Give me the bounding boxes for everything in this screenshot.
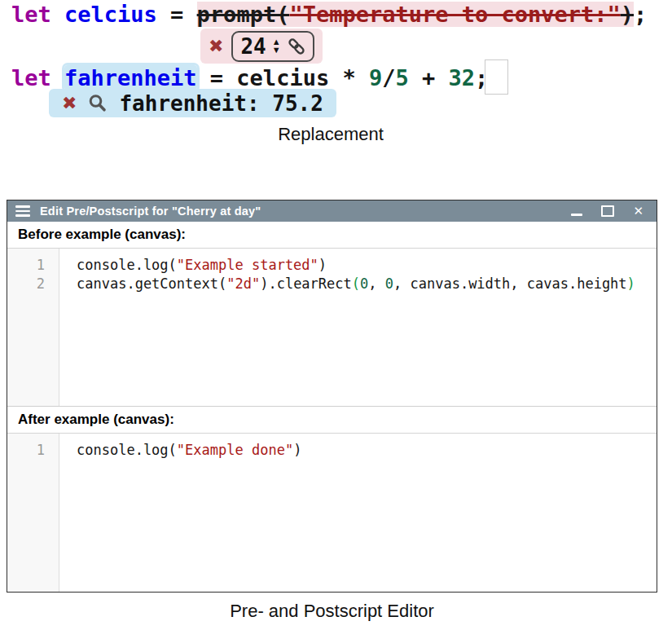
empty-cursor-box[interactable] xyxy=(485,59,508,95)
minimize-icon[interactable] xyxy=(571,214,582,217)
editor-caption: Pre- and Postscript Editor xyxy=(7,601,657,622)
hamburger-menu-icon[interactable] xyxy=(15,205,30,217)
code-line[interactable]: 1 console.log("Example started") xyxy=(7,256,657,275)
replacement-value-box[interactable]: 24 ▲ ▼ xyxy=(231,31,314,62)
delete-probe-icon[interactable]: ✖ xyxy=(62,95,77,112)
replacement-caption: Replacement xyxy=(0,124,661,145)
before-example-editor[interactable]: 1 console.log("Example started") 2 canva… xyxy=(7,249,657,406)
probe-value-text: fahrenheit: 75.2 xyxy=(119,91,323,116)
line-number: 1 xyxy=(7,441,59,460)
window-title: Edit Pre/Postscript for "Cherry at day" xyxy=(40,205,561,218)
code-text[interactable]: console.log("Example done") xyxy=(59,441,301,460)
code-text[interactable]: console.log("Example started") xyxy=(59,256,327,275)
delete-replacement-icon[interactable]: ✖ xyxy=(209,37,223,55)
line-number: 2 xyxy=(7,275,59,293)
window-controls: ✕ xyxy=(571,205,643,218)
after-example-label: After example (canvas): xyxy=(7,406,657,434)
probe-widget[interactable]: ✖ fahrenheit: 75.2 xyxy=(49,89,336,117)
snippet-line-celcius[interactable]: let celcius = prompt("Temperature to con… xyxy=(11,2,647,27)
code-text[interactable]: canvas.getContext("2d").clearRect(0, 0, … xyxy=(59,275,635,293)
magnifier-icon[interactable] xyxy=(88,94,108,113)
replacement-value[interactable]: 24 xyxy=(240,34,266,59)
line-number: 1 xyxy=(7,256,59,275)
close-icon[interactable]: ✕ xyxy=(633,205,643,218)
value-stepper[interactable]: ▲ ▼ xyxy=(272,38,281,55)
after-example-editor[interactable]: 1 console.log("Example done") xyxy=(7,434,657,592)
code-line[interactable]: 2 canvas.getContext("2d").clearRect(0, 0… xyxy=(7,275,657,293)
editor-window: Edit Pre/Postscript for "Cherry at day" … xyxy=(7,200,657,593)
maximize-icon[interactable] xyxy=(601,205,614,217)
before-example-label: Before example (canvas): xyxy=(7,222,657,249)
window-titlebar: Edit Pre/Postscript for "Cherry at day" … xyxy=(7,200,657,222)
replacement-widget[interactable]: ✖ 24 ▲ ▼ xyxy=(200,29,323,64)
code-line[interactable]: 1 console.log("Example done") xyxy=(7,441,657,460)
stepper-down-icon[interactable]: ▼ xyxy=(272,46,281,55)
chain-link-icon[interactable] xyxy=(287,37,306,56)
